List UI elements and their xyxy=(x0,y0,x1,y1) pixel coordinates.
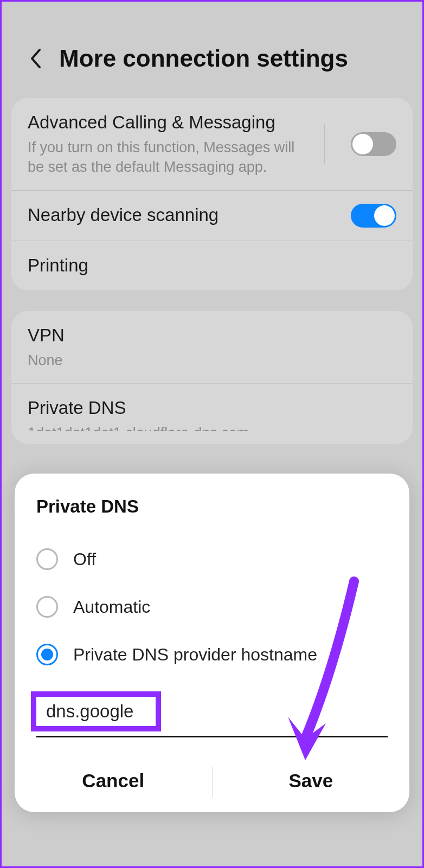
row-title: Advanced Calling & Messaging xyxy=(28,111,314,134)
toggle-nearby-scanning[interactable] xyxy=(351,204,396,228)
save-button[interactable]: Save xyxy=(213,752,410,812)
row-subtitle: If you turn on this function, Messages w… xyxy=(28,138,314,177)
row-subtitle: None xyxy=(28,351,396,370)
radio-icon xyxy=(36,644,58,665)
row-title: VPN xyxy=(28,324,396,347)
settings-group-2: VPN None Private DNS 1dot1dot1dot1.cloud… xyxy=(11,311,413,444)
private-dns-dialog: Private DNS Off Automatic Private DNS pr… xyxy=(15,474,409,812)
radio-icon xyxy=(36,596,58,618)
row-title: Printing xyxy=(28,254,396,277)
radio-label: Private DNS provider hostname xyxy=(73,645,317,665)
row-title: Nearby device scanning xyxy=(28,204,340,227)
page-title: More connection settings xyxy=(59,45,348,72)
annotation-highlight xyxy=(31,691,161,731)
radio-option-automatic[interactable]: Automatic xyxy=(15,583,409,631)
row-advanced-calling[interactable]: Advanced Calling & Messaging If you turn… xyxy=(11,98,413,190)
hostname-field-wrap xyxy=(31,691,393,737)
toggle-advanced-calling[interactable] xyxy=(351,132,396,156)
row-nearby-scanning[interactable]: Nearby device scanning xyxy=(11,190,413,241)
radio-icon xyxy=(36,548,58,570)
row-printing[interactable]: Printing xyxy=(11,241,413,290)
dialog-buttons: Cancel Save xyxy=(15,752,409,812)
row-subtitle: 1dot1dot1dot1.cloudflare-dns.com xyxy=(28,423,396,431)
radio-option-off[interactable]: Off xyxy=(15,535,409,583)
header: More connection settings xyxy=(2,2,422,88)
radio-option-hostname[interactable]: Private DNS provider hostname xyxy=(15,631,409,678)
dialog-title: Private DNS xyxy=(15,496,409,535)
input-underline xyxy=(36,736,388,737)
settings-group-1: Advanced Calling & Messaging If you turn… xyxy=(11,98,413,290)
cancel-button[interactable]: Cancel xyxy=(15,752,212,812)
back-icon[interactable] xyxy=(29,48,43,69)
row-private-dns[interactable]: Private DNS 1dot1dot1dot1.cloudflare-dns… xyxy=(11,383,413,444)
row-title: Private DNS xyxy=(28,397,396,420)
hostname-input[interactable] xyxy=(46,701,146,722)
row-vpn[interactable]: VPN None xyxy=(11,311,413,383)
divider xyxy=(324,124,325,164)
radio-label: Off xyxy=(73,549,96,569)
radio-label: Automatic xyxy=(73,597,150,617)
